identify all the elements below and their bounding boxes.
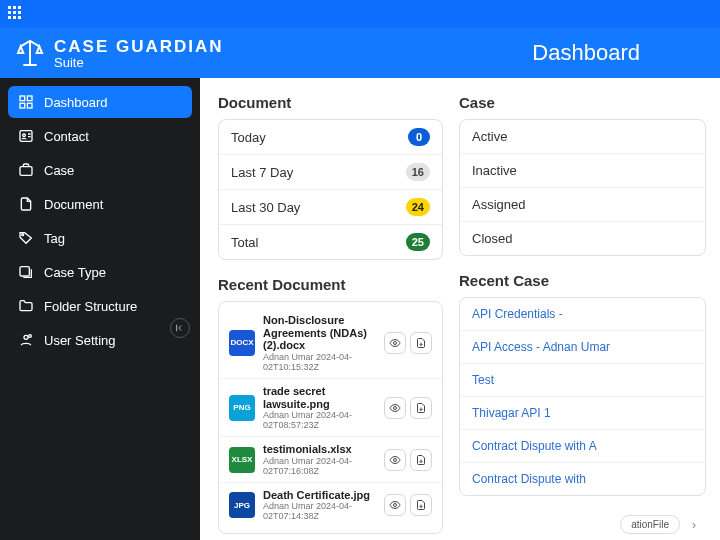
view-doc-button[interactable] (384, 494, 406, 516)
scroll-right-icon[interactable]: › (692, 518, 696, 532)
svg-rect-0 (20, 96, 25, 101)
svg-point-11 (394, 341, 397, 344)
recent-case-item[interactable]: Test (460, 364, 705, 397)
svg-point-10 (29, 335, 32, 338)
brand-line1: CASE GUARDIAN (54, 37, 224, 57)
view-doc-button[interactable] (384, 397, 406, 419)
file-type-icon: JPG (229, 492, 255, 518)
scales-icon (14, 37, 46, 69)
download-doc-button[interactable] (410, 332, 432, 354)
doc-stat-badge: 16 (406, 163, 430, 181)
recent-doc-item[interactable]: DOCXNon-Disclosure Agreements (NDAs) (2)… (219, 308, 442, 379)
svg-point-12 (394, 406, 397, 409)
sidebar-item-label: User Setting (44, 333, 116, 348)
doc-name: Death Certificate.jpg (263, 489, 376, 502)
sidebar-item-dashboard[interactable]: Dashboard (8, 86, 192, 118)
doc-sub: Adnan Umar 2024-04-02T10:15:32Z (263, 352, 376, 372)
recent-case-item[interactable]: API Credentials - (460, 298, 705, 331)
page-title: Dashboard (532, 40, 700, 66)
download-doc-button[interactable] (410, 397, 432, 419)
recent-case-item[interactable]: Contract Dispute with (460, 463, 705, 495)
svg-point-13 (394, 458, 397, 461)
doc-stat-badge: 0 (408, 128, 430, 146)
svg-rect-6 (20, 167, 32, 176)
case-stats-title: Case (459, 94, 706, 111)
sidebar-item-contact[interactable]: Contact (8, 120, 192, 152)
file-type-icon: PNG (229, 395, 255, 421)
doc-stat-label: Total (231, 235, 258, 250)
sidebar-item-user-setting[interactable]: User Setting (8, 324, 192, 356)
doc-stat-badge: 25 (406, 233, 430, 251)
doc-stats-title: Document (218, 94, 443, 111)
recent-doc-item[interactable]: PNGtrade secret lawsuite.pngAdnan Umar 2… (219, 379, 442, 437)
contact-icon (18, 128, 34, 144)
case-stats-card: ActiveInactiveAssignedClosed (459, 119, 706, 256)
case-stat-row[interactable]: Closed (460, 222, 705, 255)
recent-case-item[interactable]: Contract Dispute with A (460, 430, 705, 463)
doc-stat-label: Last 30 Day (231, 200, 300, 215)
download-doc-button[interactable] (410, 449, 432, 471)
recent-case-card: API Credentials -API Access - Adnan Umar… (459, 297, 706, 496)
svg-point-5 (23, 134, 26, 137)
top-utility-bar (0, 0, 720, 28)
sidebar-item-label: Contact (44, 129, 89, 144)
brand: CASE GUARDIAN Suite (14, 37, 224, 70)
doc-stat-row[interactable]: Last 30 Day24 (219, 190, 442, 225)
user-setting-icon (18, 332, 34, 348)
doc-stat-badge: 24 (406, 198, 430, 216)
recent-doc-item[interactable]: XLSXtestimonials.xlsxAdnan Umar 2024-04-… (219, 437, 442, 483)
collapse-sidebar-button[interactable] (170, 318, 190, 338)
main-area: Document Today0Last 7 Day16Last 30 Day24… (200, 78, 720, 540)
file-type-icon: XLSX (229, 447, 255, 473)
tag-icon (18, 230, 34, 246)
sidebar-item-case[interactable]: Case (8, 154, 192, 186)
sidebar-item-label: Case (44, 163, 74, 178)
doc-stat-label: Last 7 Day (231, 165, 293, 180)
doc-sub: Adnan Umar 2024-04-02T08:57:23Z (263, 410, 376, 430)
document-icon (18, 196, 34, 212)
recent-doc-card: DOCXNon-Disclosure Agreements (NDAs) (2)… (218, 301, 443, 534)
sidebar-item-label: Case Type (44, 265, 106, 280)
apps-grid-icon[interactable] (8, 6, 24, 22)
doc-sub: Adnan Umar 2024-04-02T07:16:08Z (263, 456, 376, 476)
doc-stats-card: Today0Last 7 Day16Last 30 Day24Total25 (218, 119, 443, 260)
svg-point-7 (22, 234, 24, 236)
sidebar-item-label: Dashboard (44, 95, 108, 110)
overflow-chip[interactable]: ationFile (620, 515, 680, 534)
doc-name: trade secret lawsuite.png (263, 385, 376, 410)
case-icon (18, 162, 34, 178)
case-type-icon (18, 264, 34, 280)
view-doc-button[interactable] (384, 332, 406, 354)
case-stat-row[interactable]: Assigned (460, 188, 705, 222)
view-doc-button[interactable] (384, 449, 406, 471)
svg-rect-3 (27, 103, 32, 108)
sidebar-item-label: Folder Structure (44, 299, 137, 314)
download-doc-button[interactable] (410, 494, 432, 516)
doc-sub: Adnan Umar 2024-04-02T07:14:38Z (263, 501, 376, 521)
file-type-icon: DOCX (229, 330, 255, 356)
doc-stat-row[interactable]: Last 7 Day16 (219, 155, 442, 190)
recent-doc-title: Recent Document (218, 276, 443, 293)
case-stat-row[interactable]: Active (460, 120, 705, 154)
svg-point-14 (394, 504, 397, 507)
sidebar-item-tag[interactable]: Tag (8, 222, 192, 254)
dashboard-icon (18, 94, 34, 110)
doc-name: Non-Disclosure Agreements (NDAs) (2).doc… (263, 314, 376, 352)
recent-case-item[interactable]: Thivagar API 1 (460, 397, 705, 430)
svg-point-9 (24, 335, 28, 339)
title-bar: CASE GUARDIAN Suite Dashboard (0, 28, 720, 78)
doc-stat-row[interactable]: Today0 (219, 120, 442, 155)
brand-line2: Suite (54, 55, 224, 70)
sidebar: DashboardContactCaseDocumentTagCase Type… (0, 78, 200, 540)
sidebar-item-case-type[interactable]: Case Type (8, 256, 192, 288)
recent-case-title: Recent Case (459, 272, 706, 289)
sidebar-item-folder-structure[interactable]: Folder Structure (8, 290, 192, 322)
case-stat-row[interactable]: Inactive (460, 154, 705, 188)
doc-stat-row[interactable]: Total25 (219, 225, 442, 259)
sidebar-item-document[interactable]: Document (8, 188, 192, 220)
recent-doc-item[interactable]: JPGDeath Certificate.jpgAdnan Umar 2024-… (219, 483, 442, 528)
sidebar-item-label: Document (44, 197, 103, 212)
svg-rect-1 (27, 96, 32, 101)
svg-rect-2 (20, 103, 25, 108)
recent-case-item[interactable]: API Access - Adnan Umar (460, 331, 705, 364)
